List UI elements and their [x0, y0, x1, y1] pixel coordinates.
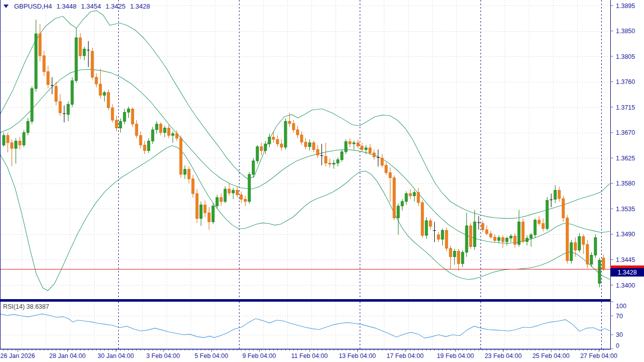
- candle-body: [59, 102, 61, 113]
- candle-body: [337, 160, 339, 163]
- candle-body: [329, 163, 331, 164]
- candle-body: [168, 128, 170, 136]
- bollinger-lower-band: [0, 146, 610, 291]
- ohlc-high: 1.3454: [81, 3, 101, 10]
- candle-body: [43, 56, 45, 71]
- candle-body: [224, 189, 226, 202]
- candle-body: [453, 251, 456, 257]
- candle-body: [31, 88, 33, 121]
- price-chart-canvas[interactable]: 1.38951.38501.38051.37601.37151.36701.36…: [0, 0, 644, 362]
- candle-body: [151, 130, 154, 141]
- time-axis-label: 25 Feb 04:00: [532, 352, 570, 359]
- time-axis-label: 27 Feb 04:00: [580, 352, 617, 359]
- candle-body: [276, 139, 279, 144]
- candle-body: [123, 112, 126, 121]
- bollinger-middle-band: [0, 69, 610, 243]
- candle-body: [204, 205, 206, 213]
- candle-body: [481, 224, 484, 230]
- candle-body: [494, 237, 496, 241]
- candle-body: [369, 148, 371, 153]
- candle-body: [522, 222, 524, 241]
- candle-body: [143, 145, 146, 150]
- price-axis-label: 1.3850: [616, 28, 635, 35]
- candle-body: [325, 156, 327, 163]
- candle-body: [172, 134, 174, 135]
- candle-body: [590, 255, 593, 264]
- candle-body: [308, 143, 311, 147]
- candle-body: [296, 130, 299, 135]
- candle-body: [341, 152, 343, 160]
- candle-body: [421, 203, 424, 235]
- candle-body: [188, 169, 190, 179]
- candle-body: [212, 206, 214, 222]
- candle-body: [425, 221, 428, 235]
- candle-body: [300, 135, 303, 142]
- rsi-indicator-layer: [0, 314, 610, 338]
- candle-body: [498, 238, 500, 241]
- candle-body: [333, 163, 335, 164]
- symbol-dropdown-icon[interactable]: [4, 5, 9, 8]
- candle-body: [75, 38, 77, 80]
- candle-body: [27, 121, 29, 133]
- candle-body: [598, 260, 601, 284]
- candle-body: [35, 34, 37, 88]
- candle-body: [200, 205, 202, 219]
- candle-body: [135, 124, 138, 135]
- candle-body: [594, 238, 597, 255]
- time-axis-label: 17 Feb 04:00: [386, 352, 424, 359]
- candle-body: [465, 226, 468, 252]
- time-axis-label: 28 Jan 04:00: [49, 352, 86, 359]
- candle-body: [490, 234, 492, 237]
- panel-separator: [0, 299, 610, 302]
- candle-body: [393, 178, 395, 218]
- candle-body: [510, 236, 512, 238]
- price-axis-label: 1.3895: [616, 3, 635, 10]
- candle-body: [3, 135, 5, 145]
- time-axis-label: 30 Jan 04:00: [98, 352, 134, 359]
- candle-body: [216, 198, 218, 206]
- candle-body: [15, 141, 17, 149]
- price-axis-label: 1.3580: [616, 180, 635, 187]
- candle-body: [147, 141, 150, 151]
- candle-body: [530, 235, 532, 238]
- candle-body: [252, 161, 255, 174]
- time-axis-label: 23 Feb 04:00: [485, 352, 522, 359]
- time-axis-label: 11 Feb 04:00: [291, 352, 328, 359]
- candle-body: [429, 221, 432, 226]
- rsi-scale-label: 30: [616, 331, 623, 338]
- candle-body: [469, 226, 472, 247]
- time-axis-label: 26 Jan 2026: [1, 352, 35, 359]
- rsi-scale-label: 100: [616, 303, 626, 310]
- candle-body: [409, 194, 412, 196]
- price-axis-label: 1.3625: [616, 155, 635, 162]
- candle-body: [83, 49, 86, 56]
- candle-body: [91, 51, 94, 77]
- candle-body: [284, 121, 287, 147]
- candle-body: [389, 172, 391, 177]
- candle-body: [268, 137, 271, 144]
- candle-body: [256, 147, 259, 161]
- candle-body: [312, 143, 315, 150]
- chart-window: 1.38951.38501.38051.37601.37151.36701.36…: [0, 0, 644, 362]
- candle-body: [582, 236, 585, 244]
- candle-body: [159, 124, 162, 133]
- candle-body: [248, 174, 251, 202]
- candle-body: [357, 143, 359, 146]
- candle-body: [441, 230, 444, 239]
- candle-body: [240, 195, 243, 199]
- candle-body: [534, 220, 536, 235]
- candle-body: [554, 190, 556, 199]
- candle-body: [502, 238, 504, 242]
- ohlc-close: 1.3428: [130, 3, 150, 10]
- candle-body: [111, 108, 114, 120]
- candle-body: [538, 220, 540, 224]
- candle-body: [349, 142, 351, 144]
- candle-body: [586, 244, 589, 264]
- candle-body: [176, 134, 178, 138]
- price-axis-label: 1.3445: [616, 256, 635, 263]
- candle-body: [316, 149, 319, 155]
- candle-body: [514, 236, 516, 244]
- candle-body: [417, 193, 420, 203]
- candles-layer: [3, 20, 605, 288]
- candle-body: [542, 224, 544, 229]
